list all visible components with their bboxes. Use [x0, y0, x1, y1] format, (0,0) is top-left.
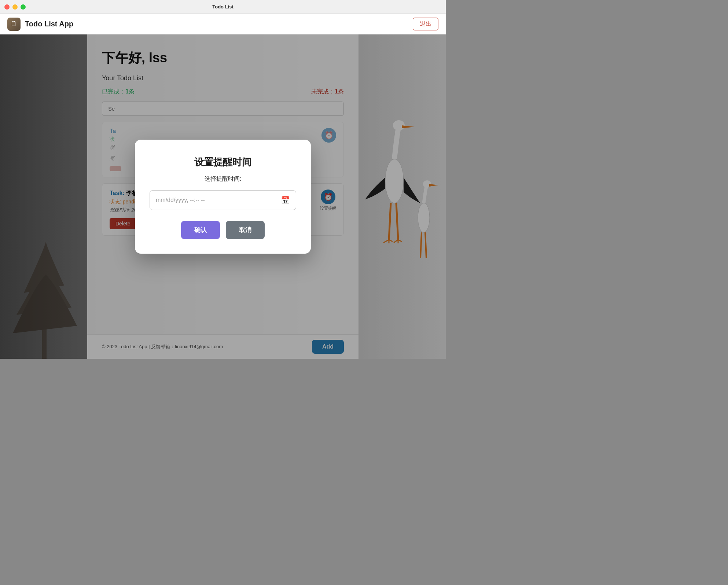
header-left: 🗒 Todo List App [7, 18, 73, 31]
reminder-modal: 设置提醒时间 选择提醒时间: mm/dd/yyyy, --:-- -- 📅 确认… [135, 140, 311, 254]
cancel-button[interactable]: 取消 [226, 221, 265, 239]
calendar-icon: 📅 [281, 196, 290, 205]
minimize-button[interactable] [12, 4, 18, 10]
logout-button[interactable]: 退出 [413, 18, 438, 30]
modal-overlay[interactable]: 设置提醒时间 选择提醒时间: mm/dd/yyyy, --:-- -- 📅 确认… [0, 34, 446, 359]
confirm-button[interactable]: 确认 [181, 221, 220, 239]
main-area: 下午好, lss Your Todo List 已完成：1条 未完成：1条 Ta… [0, 34, 446, 359]
maximize-button[interactable] [21, 4, 26, 10]
close-button[interactable] [4, 4, 10, 10]
datetime-input-container[interactable]: mm/dd/yyyy, --:-- -- 📅 [150, 190, 296, 210]
modal-buttons: 确认 取消 [181, 221, 265, 239]
app-icon: 🗒 [7, 18, 21, 31]
modal-subtitle: 选择提醒时间: [205, 175, 241, 183]
modal-title: 设置提醒时间 [194, 156, 251, 169]
window-controls [4, 4, 26, 10]
app-title: Todo List App [25, 20, 73, 28]
titlebar: Todo List [0, 0, 446, 14]
datetime-placeholder: mm/dd/yyyy, --:-- -- [156, 197, 205, 203]
app-header: 🗒 Todo List App 退出 [0, 14, 446, 34]
window-title: Todo List [212, 4, 234, 10]
